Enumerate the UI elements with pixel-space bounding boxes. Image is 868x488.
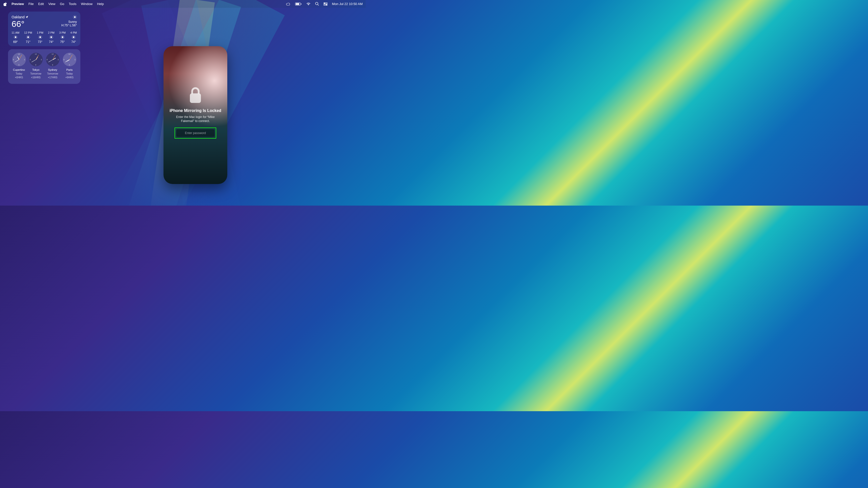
clock-day: Today bbox=[66, 72, 73, 75]
menu-view[interactable]: View bbox=[49, 2, 56, 6]
clock-face-icon: 12369 bbox=[12, 53, 26, 66]
menu-file[interactable]: File bbox=[28, 2, 34, 6]
clock-offset: +16HRS bbox=[31, 76, 40, 79]
hourly-forecast-item: 1 PM73° bbox=[37, 31, 43, 44]
svg-line-24 bbox=[16, 38, 17, 38]
world-clock-widget[interactable]: 12369CupertinoToday+0HRS12369TokyoTomorr… bbox=[8, 49, 81, 84]
mirroring-subtitle: Enter the Mac login for “Mike Fakemail” … bbox=[169, 115, 221, 123]
sun-icon bbox=[49, 35, 53, 39]
hourly-forecast-item: 12 PM71° bbox=[24, 31, 32, 44]
svg-line-42 bbox=[41, 38, 41, 38]
sun-icon bbox=[71, 35, 75, 39]
weather-condition: Sunny bbox=[61, 20, 77, 24]
menubar-clock[interactable]: Mon Jul 22 10:50 AM bbox=[332, 2, 363, 6]
iphone-mirroring-window[interactable]: iPhone Mirroring Is Locked Enter the Mac… bbox=[163, 46, 227, 184]
world-clock-item: 12369TokyoTomorrow+16HRS bbox=[29, 53, 43, 82]
svg-point-18 bbox=[14, 36, 16, 38]
clock-city: Paris bbox=[66, 68, 72, 71]
clock-day: Today bbox=[16, 72, 22, 75]
clock-city: Tokyo bbox=[32, 68, 39, 71]
hour-temp: 75° bbox=[60, 40, 65, 44]
lock-icon bbox=[189, 86, 202, 108]
menu-window[interactable]: Window bbox=[81, 2, 92, 6]
svg-line-14 bbox=[73, 16, 74, 16]
creative-cloud-icon[interactable] bbox=[286, 2, 290, 5]
svg-point-36 bbox=[39, 36, 41, 38]
hour-label: 3 PM bbox=[59, 31, 66, 34]
sun-icon bbox=[26, 35, 30, 39]
svg-point-63 bbox=[73, 36, 74, 38]
svg-point-3 bbox=[315, 2, 318, 5]
clock-day: Tomorrow bbox=[47, 72, 58, 75]
app-name[interactable]: Preview bbox=[11, 2, 24, 6]
hour-label: 12 PM bbox=[24, 31, 32, 34]
svg-point-54 bbox=[62, 36, 63, 38]
weather-hi-lo: H:75° L:56° bbox=[61, 24, 77, 27]
clock-day: Tomorrow bbox=[30, 72, 41, 75]
sun-icon bbox=[38, 35, 42, 39]
svg-point-7 bbox=[324, 3, 325, 3]
menubar: Preview File Edit View Go Tools Window H… bbox=[0, 0, 366, 8]
battery-icon[interactable] bbox=[295, 2, 302, 5]
svg-rect-2 bbox=[301, 3, 301, 4]
menu-help[interactable]: Help bbox=[97, 2, 104, 6]
clock-city: Cupertino bbox=[13, 68, 25, 71]
menu-go[interactable]: Go bbox=[60, 2, 64, 6]
clock-offset: +9HRS bbox=[65, 76, 73, 79]
world-clock-item: 12369ParisToday+9HRS bbox=[63, 53, 76, 82]
hour-temp: 69° bbox=[13, 40, 18, 44]
svg-point-8 bbox=[326, 4, 327, 5]
svg-line-69 bbox=[74, 38, 75, 38]
hour-label: 2 PM bbox=[48, 31, 55, 34]
svg-line-52 bbox=[50, 38, 50, 38]
control-center-icon[interactable] bbox=[323, 2, 328, 5]
clock-city: Sydney bbox=[48, 68, 57, 71]
svg-line-17 bbox=[76, 16, 76, 16]
world-clock-item: 12369CupertinoToday+0HRS bbox=[12, 53, 26, 82]
clock-offset: +0HRS bbox=[15, 76, 23, 79]
location-arrow-icon bbox=[26, 16, 28, 18]
sun-icon bbox=[61, 15, 77, 19]
clock-face-icon: 12369 bbox=[63, 53, 76, 66]
mirroring-title: iPhone Mirroring Is Locked bbox=[169, 108, 221, 113]
spotlight-icon[interactable] bbox=[315, 2, 319, 6]
hour-temp: 71° bbox=[26, 40, 30, 44]
svg-rect-72 bbox=[190, 93, 201, 103]
hour-label: 4 PM bbox=[70, 31, 77, 34]
svg-line-43 bbox=[39, 38, 39, 38]
svg-line-61 bbox=[61, 38, 61, 38]
weather-widget[interactable]: Oakland 66° Sunny H:75° L:56° 11 AM69°12… bbox=[8, 11, 81, 46]
hour-temp: 74° bbox=[71, 40, 76, 44]
hourly-forecast-item: 2 PM74° bbox=[48, 31, 55, 44]
password-input[interactable] bbox=[176, 129, 215, 137]
svg-point-9 bbox=[74, 16, 75, 18]
clock-offset: +17HRS bbox=[48, 76, 57, 79]
password-highlight-box bbox=[175, 128, 216, 138]
svg-line-33 bbox=[29, 38, 29, 38]
world-clock-item: 12369SydneyTomorrow+17HRS bbox=[46, 53, 60, 82]
svg-line-51 bbox=[52, 38, 53, 38]
weather-location: Oakland bbox=[11, 15, 25, 19]
hour-temp: 73° bbox=[38, 40, 42, 44]
hourly-forecast-item: 3 PM75° bbox=[59, 31, 66, 44]
menu-tools[interactable]: Tools bbox=[69, 2, 76, 6]
svg-point-27 bbox=[27, 36, 29, 38]
hourly-forecast-item: 11 AM69° bbox=[11, 31, 19, 44]
menu-edit[interactable]: Edit bbox=[38, 2, 44, 6]
svg-point-45 bbox=[51, 36, 52, 38]
apple-menu-icon[interactable] bbox=[3, 2, 7, 6]
sun-icon bbox=[13, 35, 18, 39]
wifi-icon[interactable] bbox=[306, 2, 311, 5]
weather-current-temp: 66° bbox=[11, 20, 28, 28]
hour-temp: 74° bbox=[49, 40, 54, 44]
clock-face-icon: 12369 bbox=[46, 53, 60, 66]
clock-face-icon: 12369 bbox=[29, 53, 43, 66]
hourly-forecast-item: 4 PM74° bbox=[70, 31, 77, 44]
svg-line-60 bbox=[63, 38, 64, 38]
svg-rect-1 bbox=[296, 3, 299, 5]
sun-icon bbox=[61, 35, 65, 39]
svg-line-4 bbox=[318, 4, 319, 5]
hour-label: 1 PM bbox=[37, 31, 43, 34]
hour-label: 11 AM bbox=[11, 31, 19, 34]
